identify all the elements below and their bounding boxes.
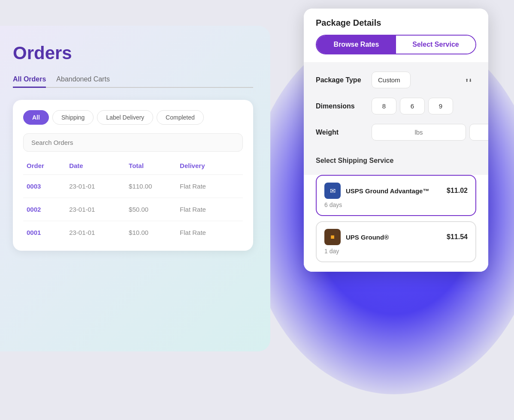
usps-logo: ✉ [324,183,341,199]
panel-title: Package Details [316,18,476,28]
package-panel: Package Details Browse Rates Select Serv… [304,9,488,272]
usps-service-days: 6 days [324,201,468,208]
usps-service-name: USPS Ground Advantage™ [346,187,441,195]
table-row[interactable]: 0001 23-01-01 $10.00 Flat Rate [23,221,243,244]
service-card-ups[interactable]: ■ UPS Ground® $11.54 1 day [316,221,476,262]
service-card-usps[interactable]: ✉ USPS Ground Advantage™ $11.02 6 days [316,175,476,216]
col-date: Date [69,162,129,169]
order-total-0001: $10.00 [129,229,180,236]
dim-input-1[interactable] [372,98,396,114]
orders-card: All Shipping Label Delivery Completed Or… [13,100,253,251]
browse-rates-button[interactable]: Browse Rates [317,36,396,54]
table-row[interactable]: 0003 23-01-01 $110.00 Flat Rate [23,175,243,198]
shipping-section-header: Select Shipping Service [304,150,488,175]
table-row[interactable]: 0002 23-01-01 $50.00 Flat Rate [23,198,243,221]
filter-shipping[interactable]: Shipping [52,110,94,125]
service-card-top-ups: ■ UPS Ground® $11.54 [324,229,468,245]
toggle-group: Browse Rates Select Service [316,35,476,54]
ups-service-name: UPS Ground® [346,234,441,241]
tab-abandoned-carts[interactable]: Abandoned Carts [56,75,110,88]
order-id-0001: 0001 [27,229,69,236]
search-input[interactable] [23,133,243,152]
services-list: ✉ USPS Ground Advantage™ $11.02 6 days ■… [304,175,488,272]
order-date-0002: 23-01-01 [69,206,129,213]
orders-panel: Orders All Orders Abandoned Carts All Sh… [0,26,270,351]
dimensions-inputs [372,98,476,114]
ups-service-days: 1 day [324,248,468,255]
weight-inputs [372,124,488,141]
ups-service-price: $11.54 [447,233,468,241]
panel-header: Package Details Browse Rates Select Serv… [304,9,488,62]
col-delivery: Delivery [180,162,239,169]
order-total-0003: $110.00 [129,183,180,190]
usps-icon: ✉ [330,187,336,195]
orders-title: Orders [13,43,253,63]
filter-label-delivery[interactable]: Label Delivery [97,110,153,125]
weight-oz-input[interactable] [469,124,488,141]
order-date-0003: 23-01-01 [69,183,129,190]
weight-lbs-input[interactable] [372,124,466,141]
order-total-0002: $50.00 [129,206,180,213]
order-id-0002: 0002 [27,206,69,213]
order-date-0001: 23-01-01 [69,229,129,236]
tab-all-orders[interactable]: All Orders [13,75,46,88]
dim-input-3[interactable] [428,98,453,114]
dim-input-2[interactable] [400,98,425,114]
select-service-button[interactable]: Select Service [396,36,475,54]
package-type-label: Package Type [316,76,372,84]
shipping-section-title: Select Shipping Service [316,157,476,165]
weight-label: Weight [316,129,372,136]
usps-service-price: $11.02 [447,187,468,195]
ups-icon: ■ [330,233,335,241]
order-id-0003: 0003 [27,183,69,190]
filter-completed[interactable]: Completed [157,110,204,125]
order-delivery-0001: Flat Rate [180,229,239,236]
package-type-select-wrapper: Custom Flat Rate Regional [372,72,476,88]
order-delivery-0002: Flat Rate [180,206,239,213]
filter-all[interactable]: All [23,110,49,125]
table-header: Order Date Total Delivery [23,162,243,175]
panel-fields-section: Package Type Custom Flat Rate Regional D… [304,62,488,150]
dimensions-label: Dimensions [316,102,372,110]
package-type-select[interactable]: Custom Flat Rate Regional [372,72,411,88]
service-card-top-usps: ✉ USPS Ground Advantage™ $11.02 [324,183,468,199]
package-type-row: Package Type Custom Flat Rate Regional [316,72,476,88]
ups-logo: ■ [324,229,341,245]
col-total: Total [129,162,180,169]
weight-row: Weight [316,124,476,141]
order-delivery-0003: Flat Rate [180,183,239,190]
filter-tabs: All Shipping Label Delivery Completed [23,110,243,125]
main-tabs: All Orders Abandoned Carts [13,75,253,88]
col-order: Order [27,162,69,169]
dimensions-row: Dimensions [316,98,476,114]
